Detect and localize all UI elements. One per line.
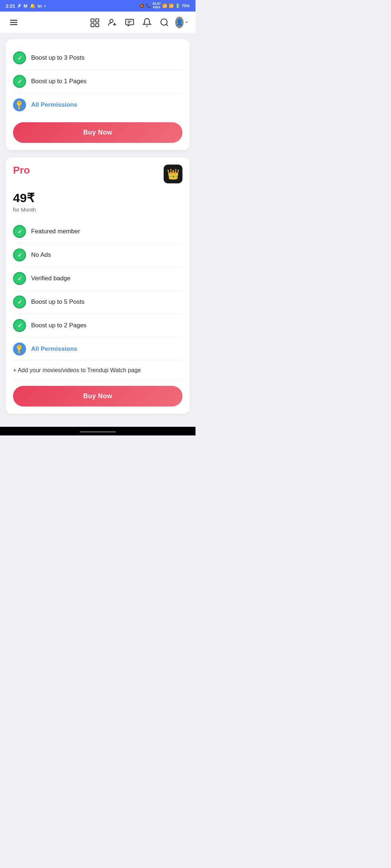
- check-icon-verified: [13, 272, 26, 285]
- check-icon-boost-posts-5: [13, 295, 26, 309]
- mail-icon: M: [24, 3, 28, 9]
- svg-rect-10: [126, 19, 134, 25]
- svg-rect-3: [91, 19, 94, 22]
- check-icon-featured: [13, 225, 26, 238]
- home-bar: [80, 431, 116, 433]
- menu-button[interactable]: [7, 16, 20, 29]
- battery-icon: 🔋: [175, 4, 180, 8]
- svg-rect-6: [96, 24, 99, 27]
- avatar-button[interactable]: 👤: [175, 16, 188, 29]
- feature-all-perms-pro: 🔑 All Permissions: [13, 337, 182, 361]
- feature-text-boost-pages-2: Boost up to 2 Pages: [31, 322, 87, 329]
- pro-plan-card: Pro 👑 49₹ for Month Featured member No A…: [6, 157, 190, 414]
- status-bar: 2:21 ✗ M 🔔 in • 🔕 📞 82.87 KB/s 📶 📶 🔋 75%: [0, 0, 196, 12]
- messages-button[interactable]: [123, 16, 136, 29]
- key-icon-basic: 🔑: [13, 98, 26, 111]
- crown-icon: 👑: [164, 165, 182, 183]
- check-icon-boost-pages-1: [13, 75, 26, 88]
- feature-no-ads: No Ads: [13, 243, 182, 267]
- pro-plan-price: 49₹: [13, 191, 182, 205]
- user-avatar: 👤: [175, 17, 184, 28]
- check-icon-boost-pages-2: [13, 319, 26, 332]
- feature-text-boost-posts-5: Boost up to 5 Posts: [31, 298, 84, 306]
- check-icon-no-ads: [13, 248, 26, 261]
- wifi-icon: 📶: [162, 4, 167, 8]
- key-symbol-pro: 🔑: [14, 343, 25, 354]
- pro-plan-name: Pro: [13, 165, 30, 176]
- pro-plan-header: Pro 👑: [13, 165, 182, 183]
- buy-now-button-basic[interactable]: Buy Now: [13, 122, 182, 143]
- feature-boost-posts-5: Boost up to 5 Posts: [13, 290, 182, 314]
- check-icon-boost-posts-3: [13, 51, 26, 64]
- feature-text-verified: Verified badge: [31, 275, 71, 282]
- signal-icon: 📶: [169, 4, 174, 8]
- buy-now-button-pro[interactable]: Buy Now: [13, 386, 182, 407]
- call-icon: 📞: [146, 4, 151, 8]
- network-speed: 82.87 KB/s: [152, 2, 161, 9]
- home-button[interactable]: [88, 16, 101, 29]
- status-right: 🔕 📞 82.87 KB/s 📶 📶 🔋 75%: [139, 2, 190, 9]
- feature-boost-pages-1: Boost up to 1 Pages: [13, 70, 182, 93]
- search-button[interactable]: [158, 16, 171, 29]
- feature-text-boost-posts-3: Boost up to 3 Posts: [31, 54, 84, 61]
- mute-icon: 🔕: [139, 4, 144, 8]
- svg-rect-5: [91, 24, 94, 27]
- feature-text-featured: Featured member: [31, 228, 80, 235]
- feature-text-no-ads: No Ads: [31, 251, 51, 259]
- home-indicator: [0, 427, 196, 435]
- feature-all-perms-basic: 🔑 All Permissions: [13, 93, 182, 116]
- feature-boost-posts-3: Boost up to 3 Posts: [13, 46, 182, 70]
- add-user-button[interactable]: [106, 16, 119, 29]
- key-symbol-basic: 🔑: [14, 99, 25, 110]
- svg-rect-4: [96, 19, 99, 22]
- feature-featured-member: Featured member: [13, 220, 182, 243]
- linkedin-icon: in: [38, 3, 42, 9]
- notification-icon: 🔔: [30, 3, 35, 9]
- main-content: Boost up to 3 Posts Boost up to 1 Pages …: [0, 33, 196, 427]
- feature-boost-pages-2: Boost up to 2 Pages: [13, 314, 182, 337]
- pro-plan-period: for Month: [13, 207, 182, 213]
- feature-text-all-perms-pro: All Permissions: [31, 345, 77, 353]
- key-icon-pro: 🔑: [13, 342, 26, 356]
- svg-point-13: [161, 19, 167, 25]
- battery-percent: 75%: [182, 4, 190, 8]
- x-icon: ✗: [17, 3, 21, 9]
- feature-verified-badge: Verified badge: [13, 267, 182, 290]
- feature-text-all-perms-basic: All Permissions: [31, 101, 77, 109]
- dot-icon: •: [44, 3, 46, 9]
- bell-button[interactable]: [140, 16, 154, 29]
- status-left: 2:21 ✗ M 🔔 in •: [6, 3, 46, 9]
- nav-icons-right: 👤: [88, 16, 188, 29]
- svg-point-7: [110, 19, 113, 22]
- nav-bar: 👤: [0, 12, 196, 33]
- add-feature-text: + Add your movies/videos to Trendup Watc…: [13, 361, 182, 380]
- feature-text-boost-pages-1: Boost up to 1 Pages: [31, 78, 87, 85]
- basic-plan-card: Boost up to 3 Posts Boost up to 1 Pages …: [6, 39, 190, 150]
- svg-line-14: [166, 24, 168, 26]
- time: 2:21: [6, 3, 15, 9]
